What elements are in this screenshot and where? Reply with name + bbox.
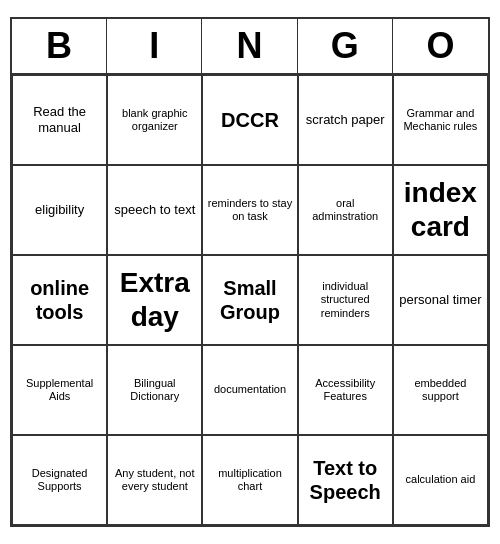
cell-text: oral adminstration (303, 197, 388, 223)
header-letter: O (393, 19, 488, 73)
cell-text: Bilingual Dictionary (112, 377, 197, 403)
cell-text: Any student, not every student (112, 467, 197, 493)
cell-text: documentation (214, 383, 286, 396)
cell-text: reminders to stay on task (207, 197, 292, 223)
bingo-cell: Bilingual Dictionary (107, 345, 202, 435)
bingo-cell: online tools (12, 255, 107, 345)
header-letter: N (202, 19, 297, 73)
cell-text: DCCR (221, 108, 279, 132)
bingo-cell: Designated Supports (12, 435, 107, 525)
cell-text: Extra day (112, 266, 197, 333)
cell-text: Read the manual (17, 104, 102, 135)
bingo-cell: calculation aid (393, 435, 488, 525)
bingo-cell: documentation (202, 345, 297, 435)
cell-text: online tools (17, 276, 102, 324)
cell-text: blank graphic organizer (112, 107, 197, 133)
cell-text: eligibility (35, 202, 84, 218)
cell-text: personal timer (399, 292, 481, 308)
bingo-cell: speech to text (107, 165, 202, 255)
cell-text: individual structured reminders (303, 280, 388, 320)
cell-text: calculation aid (406, 473, 476, 486)
bingo-cell: blank graphic organizer (107, 75, 202, 165)
bingo-cell: Any student, not every student (107, 435, 202, 525)
cell-text: Grammar and Mechanic rules (398, 107, 483, 133)
bingo-cell: Read the manual (12, 75, 107, 165)
bingo-cell: multiplication chart (202, 435, 297, 525)
bingo-cell: Text to Speech (298, 435, 393, 525)
cell-text: Designated Supports (17, 467, 102, 493)
bingo-header: BINGO (12, 19, 488, 75)
bingo-cell: individual structured reminders (298, 255, 393, 345)
header-letter: I (107, 19, 202, 73)
bingo-cell: Extra day (107, 255, 202, 345)
bingo-cell: personal timer (393, 255, 488, 345)
header-letter: G (298, 19, 393, 73)
bingo-cell: eligibility (12, 165, 107, 255)
bingo-card: BINGO Read the manualblank graphic organ… (10, 17, 490, 527)
cell-text: Small Group (207, 276, 292, 324)
bingo-cell: Accessibility Features (298, 345, 393, 435)
bingo-cell: oral adminstration (298, 165, 393, 255)
bingo-cell: Small Group (202, 255, 297, 345)
bingo-grid: Read the manualblank graphic organizerDC… (12, 75, 488, 525)
bingo-cell: index card (393, 165, 488, 255)
cell-text: embedded support (398, 377, 483, 403)
bingo-cell: DCCR (202, 75, 297, 165)
cell-text: index card (398, 176, 483, 243)
cell-text: scratch paper (306, 112, 385, 128)
bingo-cell: scratch paper (298, 75, 393, 165)
cell-text: speech to text (114, 202, 195, 218)
cell-text: multiplication chart (207, 467, 292, 493)
cell-text: Accessibility Features (303, 377, 388, 403)
bingo-cell: reminders to stay on task (202, 165, 297, 255)
header-letter: B (12, 19, 107, 73)
cell-text: Supplemental Aids (17, 377, 102, 403)
bingo-cell: Grammar and Mechanic rules (393, 75, 488, 165)
bingo-cell: Supplemental Aids (12, 345, 107, 435)
bingo-cell: embedded support (393, 345, 488, 435)
cell-text: Text to Speech (303, 456, 388, 504)
